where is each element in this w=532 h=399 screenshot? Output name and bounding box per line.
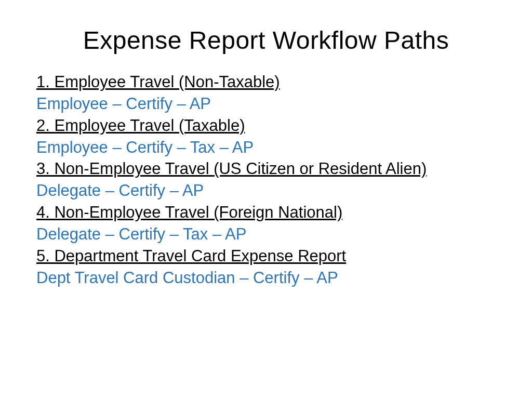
workflow-heading: 5. Department Travel Card Expense Report bbox=[36, 245, 496, 267]
workflow-heading: 4. Non-Employee Travel (Foreign National… bbox=[36, 202, 496, 223]
workflow-heading: 3. Non-Employee Travel (US Citizen or Re… bbox=[36, 158, 496, 180]
workflow-path: Employee – Certify – AP bbox=[36, 93, 496, 115]
workflow-path: Dept Travel Card Custodian – Certify – A… bbox=[36, 267, 496, 289]
workflow-path: Delegate – Certify – Tax – AP bbox=[36, 223, 496, 245]
workflow-heading: 2. Employee Travel (Taxable) bbox=[36, 115, 496, 137]
workflow-path: Delegate – Certify – AP bbox=[36, 180, 496, 202]
workflow-heading: 1. Employee Travel (Non-Taxable) bbox=[36, 71, 496, 93]
slide-title: Expense Report Workflow Paths bbox=[36, 26, 496, 55]
slide-body: 1. Employee Travel (Non-Taxable) Employe… bbox=[36, 71, 496, 288]
workflow-path: Employee – Certify – Tax – AP bbox=[36, 137, 496, 158]
